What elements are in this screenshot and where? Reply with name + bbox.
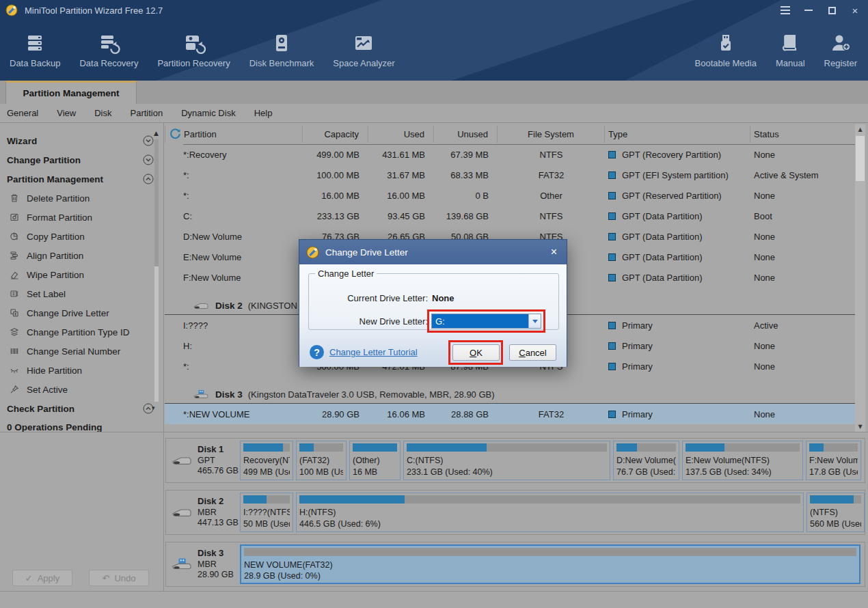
menu-disk[interactable]: Disk — [94, 108, 111, 118]
block-info: 560 MB (Used: — [810, 519, 861, 530]
toolbar-item-partition-recovery[interactable]: Partition Recovery — [150, 30, 236, 70]
disk-block-e-new-volume-ntfs[interactable]: E:New Volume(NTFS)137.5 GB (Used: 34%) — [682, 441, 803, 480]
toolbar-item-label: Bootable Media — [695, 58, 757, 68]
disk-info-disk-2[interactable]: Disk 2MBR447.13 GB — [166, 490, 240, 534]
partition-row-[interactable]: *:100.00 MB31.67 MB68.33 MBFAT32GPT (EFI… — [165, 165, 855, 185]
sidebar-item-wipe-partition[interactable]: Wipe Partition — [0, 265, 163, 284]
column-header-file-system[interactable]: File System — [498, 126, 605, 143]
sidebar-item-change-serial-number[interactable]: Change Serial Number — [0, 342, 163, 361]
sidebar-item-copy-partition[interactable]: Copy Partition — [0, 227, 163, 246]
partition-type-icon — [608, 363, 616, 370]
column-header-unused[interactable]: Unused — [434, 126, 498, 143]
sidebar-section-partition-management[interactable]: Partition Management — [0, 169, 163, 189]
block-label: Recovery(NTFS) — [243, 455, 290, 467]
disk-benchmark-icon — [270, 31, 293, 55]
menu-dynamic-disk[interactable]: Dynamic Disk — [181, 108, 235, 118]
menu-general[interactable]: General — [7, 108, 38, 118]
disk-block-ntfs[interactable]: (NTFS)560 MB (Used: — [806, 493, 865, 532]
header-underline — [183, 144, 855, 145]
new-drive-letter-select[interactable]: G: — [431, 314, 541, 329]
sidebar-scroll-down-icon[interactable]: ▾ — [152, 404, 155, 411]
menu-help[interactable]: Help — [254, 108, 273, 118]
toolbar-item-bootable-media[interactable]: Bootable Media — [688, 30, 763, 70]
sidebar-item-format-partition[interactable]: Format Partition — [0, 208, 163, 227]
partition-row-[interactable]: *:16.00 MB16.00 MB0 BOtherGPT (Reserved … — [165, 185, 855, 206]
label-icon — [10, 289, 19, 299]
chevron-down-icon[interactable] — [528, 314, 541, 328]
column-header-used[interactable]: Used — [368, 126, 434, 143]
table-scrollbar[interactable]: ▲ ▼ — [855, 124, 865, 432]
sidebar-item-change-drive-letter[interactable]: Change Drive Letter — [0, 303, 163, 322]
sidebar-section-wizard[interactable]: Wizard — [0, 131, 163, 150]
change-drive-letter-dialog: Change Drive Letter × Change Letter Curr… — [299, 239, 567, 367]
partition-row-c[interactable]: C:233.13 GB93.45 GB139.68 GBNTFSGPT (Dat… — [165, 206, 855, 226]
sidebar-item-change-partition-type-id[interactable]: Change Partition Type ID — [0, 322, 163, 342]
block-info: 446.5 GB (Used: 6%) — [299, 519, 800, 530]
usage-bar — [244, 548, 856, 556]
sidebar-item-set-active[interactable]: Set Active — [0, 380, 163, 399]
maximize-icon[interactable] — [823, 3, 841, 17]
sidebar-item-align-partition[interactable]: Align Partition — [0, 246, 163, 265]
close-icon[interactable]: × — [846, 3, 864, 17]
column-header-capacity[interactable]: Capacity — [303, 126, 368, 143]
dialog-close-icon[interactable]: × — [548, 247, 560, 258]
tab-strip: Partition Management — [0, 81, 868, 104]
menu-partition[interactable]: Partition — [130, 108, 163, 118]
disk-block-i-ntfs[interactable]: I:????(NTFS)50 MB (Used: — [240, 493, 293, 532]
drive-letter-icon — [10, 308, 19, 318]
disk-block-f-new-volume[interactable]: F:New Volume(17.8 GB (Used: — [806, 441, 861, 480]
sidebar-item-hide-partition[interactable]: Hide Partition — [0, 361, 163, 380]
ok-button[interactable]: OK — [452, 344, 500, 361]
column-header-partition[interactable]: Partition — [165, 126, 303, 143]
scroll-up-icon[interactable]: ▲ — [855, 124, 865, 135]
sidebar-section-change-partition[interactable]: Change Partition — [0, 150, 163, 169]
sidebar-section-check-partition[interactable]: Check Partition — [0, 399, 163, 418]
block-label: D:New Volume( — [616, 455, 676, 467]
disk-block-d-new-volume[interactable]: D:New Volume(76.7 GB (Used: — [613, 441, 679, 480]
disk-block-other[interactable]: (Other)16 MB — [349, 441, 401, 480]
partition-type-icon — [608, 274, 616, 281]
sidebar-scrollbar-thumb[interactable] — [154, 266, 159, 402]
tab-partition-management[interactable]: Partition Management — [5, 81, 137, 104]
menu-view[interactable]: View — [57, 108, 76, 118]
disk-block-new-volume-fat32[interactable]: NEW VOLUME(FAT32)28.9 GB (Used: 0%) — [240, 544, 860, 584]
cancel-button[interactable]: Cancel — [509, 344, 556, 361]
table-scrollbar-thumb[interactable] — [856, 136, 865, 181]
scroll-down-icon[interactable]: ▼ — [855, 422, 865, 432]
disk-block-c-ntfs[interactable]: C:(NTFS)233.1 GB (Used: 40%) — [403, 441, 610, 480]
disk-info-disk-3[interactable]: Disk 3MBR28.90 GB — [166, 542, 240, 586]
disk-style: MBR — [198, 559, 234, 570]
sidebar-item-label: Set Active — [27, 385, 68, 395]
window-menu-icon[interactable] — [776, 3, 794, 17]
block-label: F:New Volume( — [809, 455, 858, 467]
toolbar-item-register[interactable]: Register — [817, 30, 864, 70]
minimize-icon[interactable] — [800, 3, 817, 17]
partition-row-new-volume[interactable]: *:NEW VOLUME28.90 GB16.06 MB28.88 GBFAT3… — [165, 404, 855, 424]
toolbar-item-manual[interactable]: Manual — [769, 30, 812, 70]
disk-name: Disk 2 — [198, 496, 239, 507]
sidebar-scroll-up-icon[interactable]: ▲ — [154, 130, 159, 137]
sidebar-item-delete-partition[interactable]: Delete Partition — [0, 189, 163, 208]
window-controls: × — [776, 3, 864, 17]
toolbar-item-disk-benchmark[interactable]: Disk Benchmark — [243, 30, 321, 70]
partition-type-icon — [608, 411, 616, 418]
disk-block-h-ntfs[interactable]: H:(NTFS)446.5 GB (Used: 6%) — [296, 493, 804, 532]
help-icon[interactable]: ? — [310, 345, 324, 359]
current-drive-letter-row: Current Drive Letter: None — [299, 290, 567, 305]
toolbar-item-space-analyzer[interactable]: Space Analyzer — [326, 30, 401, 70]
sidebar-item-set-label[interactable]: Set Label — [0, 284, 163, 303]
toolbar-item-data-backup[interactable]: Data Backup — [3, 30, 67, 70]
disk-block-fat32[interactable]: (FAT32)100 MB (Used: — [296, 441, 347, 480]
disk-info-disk-1[interactable]: Disk 1GPT465.76 GB — [166, 439, 240, 482]
toolbar-item-data-recovery[interactable]: Data Recovery — [72, 30, 145, 70]
column-header-status[interactable]: Status — [750, 126, 855, 143]
sidebar-scrollbar[interactable] — [154, 139, 159, 402]
disk-block-recovery-ntfs[interactable]: Recovery(NTFS)499 MB (Used: — [240, 441, 293, 480]
section-label: Wizard — [7, 136, 143, 146]
tutorial-link[interactable]: Change Letter Tutorial — [329, 347, 418, 357]
disk-group-row-disk-3[interactable]: Disk 3(Kingston DataTraveler 3.0 USB, Re… — [165, 376, 855, 404]
sidebar-item-label: Format Partition — [27, 212, 92, 223]
dialog-title: Change Drive Letter — [325, 247, 542, 258]
partition-row-recovery[interactable]: *:Recovery499.00 MB431.61 MB67.39 MBNTFS… — [165, 144, 855, 165]
column-header-type[interactable]: Type — [605, 126, 750, 143]
